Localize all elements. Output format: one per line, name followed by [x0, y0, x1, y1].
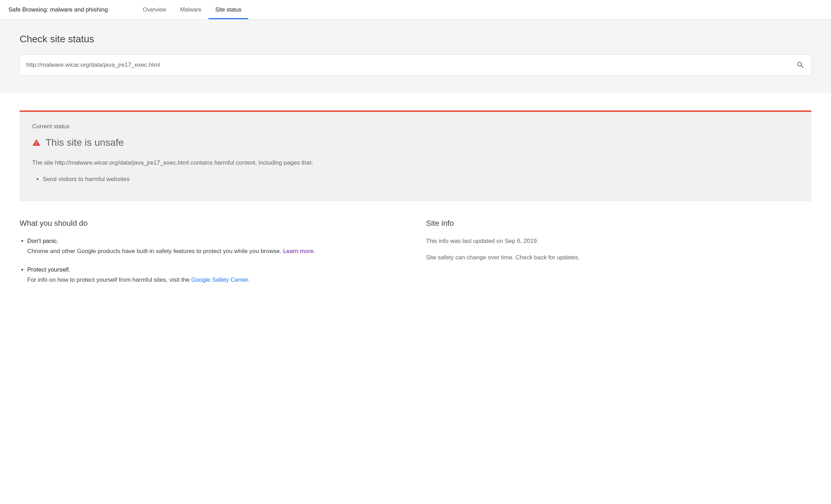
status-headline: This site is unsafe	[45, 137, 124, 148]
tab-site-status[interactable]: Site status	[208, 0, 249, 19]
site-info-heading: Site info	[426, 219, 811, 228]
wysd-item-text-pre: For info on how to protect yourself from…	[27, 276, 191, 283]
site-info-note: Site safety can change over time. Check …	[426, 253, 811, 263]
status-reason-item: Send visitors to harmful websites	[43, 174, 799, 184]
header-bar: Safe Browsing: malware and phishing Over…	[0, 0, 831, 20]
tab-malware[interactable]: Malware	[173, 0, 208, 19]
status-reasons-list: Send visitors to harmful websites	[32, 174, 799, 184]
wysd-item-text-post: .	[248, 276, 250, 283]
wysd-item-title: Don't panic.	[27, 238, 58, 244]
wysd-item: Protect yourself. For info on how to pro…	[27, 265, 405, 285]
status-label: Current status	[32, 123, 799, 130]
wysd-item-text-post: .	[313, 248, 315, 254]
status-card: Current status This site is unsafe The s…	[20, 110, 811, 201]
safety-center-link[interactable]: Google Safety Center	[191, 276, 248, 283]
search-section: Check site status	[0, 20, 831, 93]
status-headline-row: This site is unsafe	[32, 137, 799, 148]
what-you-should-do-section: What you should do Don't panic. Chrome a…	[20, 219, 405, 294]
site-url-input[interactable]	[26, 62, 796, 69]
tab-overview[interactable]: Overview	[136, 0, 173, 19]
wysd-item-text-pre: Chrome and other Google products have bu…	[27, 248, 283, 254]
wysd-heading: What you should do	[20, 219, 405, 228]
page-title: Safe Browsing: malware and phishing	[8, 6, 108, 13]
site-info-updated: This info was last updated on Sep 6, 201…	[426, 236, 811, 246]
wysd-item: Don't panic. Chrome and other Google pro…	[27, 236, 405, 257]
info-columns: What you should do Don't panic. Chrome a…	[20, 219, 811, 294]
site-info-section: Site info This info was last updated on …	[426, 219, 811, 294]
status-description: The site http://malware.wicar.org/data/j…	[32, 158, 799, 167]
search-heading: Check site status	[20, 34, 811, 45]
learn-more-link[interactable]: Learn more	[283, 248, 313, 254]
wysd-item-title: Protect yourself.	[27, 266, 70, 273]
wysd-list: Don't panic. Chrome and other Google pro…	[20, 236, 405, 285]
warning-icon	[32, 138, 41, 147]
content-area: Current status This site is unsafe The s…	[0, 110, 831, 294]
search-box	[20, 55, 811, 75]
tab-list: Overview Malware Site status	[136, 0, 248, 19]
search-icon[interactable]	[796, 61, 805, 69]
